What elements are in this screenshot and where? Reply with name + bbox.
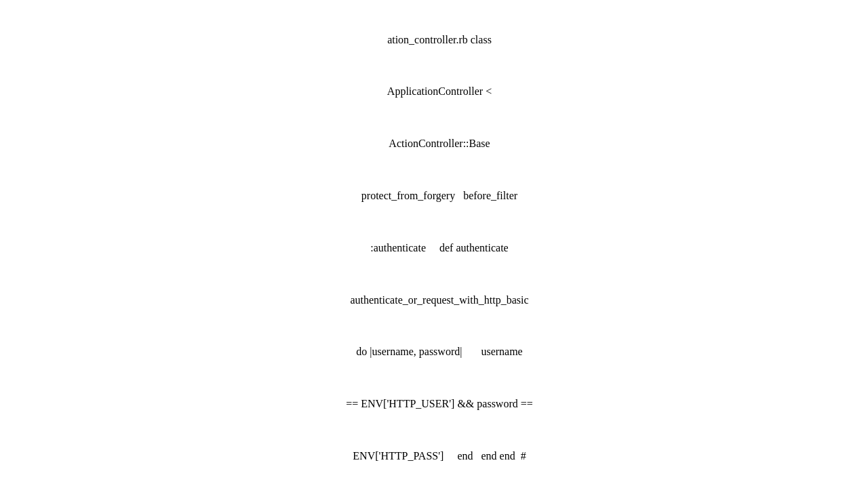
main-content: ation_controller.rb class ApplicationCon…: [330, 14, 538, 488]
code-text-2: ApplicationController <: [387, 85, 492, 97]
code-text-6: authenticate_or_request_with_http_basic: [350, 294, 528, 306]
code-text-3: ActionController::Base: [389, 138, 490, 149]
code-text-8: == ENV['HTTP_USER'] && password ==: [346, 398, 533, 409]
code-text-9: ENV['HTTP_PASS'] end end end #: [353, 450, 526, 462]
code-text: ation_controller.rb class: [387, 34, 492, 45]
code-text-4: protect_from_forgery before_filter: [361, 190, 517, 201]
code-text-7: do |username, password| username: [356, 346, 522, 357]
code-text-5: :authenticate def authenticate: [370, 242, 508, 253]
